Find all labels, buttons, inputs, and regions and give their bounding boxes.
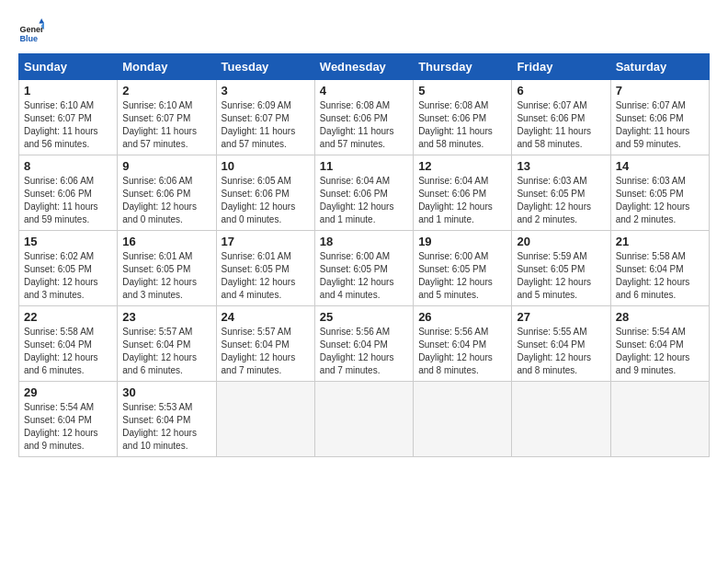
day-number: 14 (616, 159, 704, 173)
calendar-cell: 23Sunrise: 5:57 AMSunset: 6:04 PMDayligh… (118, 306, 216, 382)
day-number: 21 (616, 235, 704, 248)
day-number: 24 (222, 310, 310, 324)
day-info: Sunrise: 6:05 AMSunset: 6:06 PMDaylight:… (222, 175, 310, 226)
calendar-cell: 4Sunrise: 6:08 AMSunset: 6:06 PMDaylight… (314, 80, 413, 155)
calendar-cell: 18Sunrise: 6:00 AMSunset: 6:05 PMDayligh… (314, 231, 413, 306)
day-number: 29 (24, 385, 112, 399)
calendar-cell: 29Sunrise: 5:54 AMSunset: 6:04 PMDayligh… (19, 382, 118, 457)
day-info: Sunrise: 6:03 AMSunset: 6:05 PMDaylight:… (517, 175, 605, 226)
day-number: 16 (122, 235, 210, 248)
calendar-cell: 3Sunrise: 6:09 AMSunset: 6:07 PMDaylight… (216, 80, 314, 155)
day-number: 28 (616, 310, 704, 324)
day-info: Sunrise: 5:58 AMSunset: 6:04 PMDaylight:… (616, 250, 704, 302)
calendar-cell: 17Sunrise: 6:01 AMSunset: 6:05 PMDayligh… (216, 231, 314, 306)
day-number: 23 (122, 310, 210, 324)
day-info: Sunrise: 5:54 AMSunset: 6:04 PMDaylight:… (24, 401, 112, 453)
weekday-header-monday: Monday (118, 54, 216, 80)
day-info: Sunrise: 6:01 AMSunset: 6:05 PMDaylight:… (222, 250, 310, 302)
day-number: 19 (418, 235, 506, 248)
svg-text:Blue: Blue (19, 34, 38, 43)
logo-icon: General Blue (18, 18, 44, 44)
weekday-header-row: SundayMondayTuesdayWednesdayThursdayFrid… (19, 54, 710, 80)
day-number: 5 (418, 84, 506, 98)
calendar-cell: 24Sunrise: 5:57 AMSunset: 6:04 PMDayligh… (216, 306, 314, 382)
day-number: 2 (122, 84, 210, 98)
calendar-cell: 15Sunrise: 6:02 AMSunset: 6:05 PMDayligh… (19, 231, 118, 306)
day-info: Sunrise: 6:06 AMSunset: 6:06 PMDaylight:… (24, 175, 112, 226)
calendar-cell: 19Sunrise: 6:00 AMSunset: 6:05 PMDayligh… (414, 231, 512, 306)
day-number: 3 (222, 84, 310, 98)
day-number: 6 (517, 84, 605, 98)
weekday-header-tuesday: Tuesday (216, 54, 314, 80)
calendar-cell (216, 382, 314, 457)
weekday-header-wednesday: Wednesday (314, 54, 413, 80)
day-info: Sunrise: 6:07 AMSunset: 6:06 PMDaylight:… (517, 99, 605, 151)
calendar-week-3: 15Sunrise: 6:02 AMSunset: 6:05 PMDayligh… (19, 231, 710, 306)
day-info: Sunrise: 5:56 AMSunset: 6:04 PMDaylight:… (418, 326, 506, 377)
day-number: 15 (24, 235, 112, 248)
calendar-cell: 9Sunrise: 6:06 AMSunset: 6:06 PMDaylight… (118, 155, 216, 231)
day-info: Sunrise: 6:03 AMSunset: 6:05 PMDaylight:… (616, 175, 704, 226)
day-number: 1 (24, 84, 112, 98)
calendar-cell: 10Sunrise: 6:05 AMSunset: 6:06 PMDayligh… (216, 155, 314, 231)
calendar-cell: 26Sunrise: 5:56 AMSunset: 6:04 PMDayligh… (414, 306, 512, 382)
day-number: 30 (122, 385, 210, 399)
day-info: Sunrise: 5:59 AMSunset: 6:05 PMDaylight:… (517, 250, 605, 302)
day-number: 4 (320, 84, 408, 98)
day-info: Sunrise: 6:00 AMSunset: 6:05 PMDaylight:… (320, 250, 408, 302)
day-info: Sunrise: 6:10 AMSunset: 6:07 PMDaylight:… (24, 99, 112, 151)
day-info: Sunrise: 5:53 AMSunset: 6:04 PMDaylight:… (122, 401, 210, 453)
day-number: 27 (517, 310, 605, 324)
weekday-header-sunday: Sunday (19, 54, 118, 80)
calendar-week-2: 8Sunrise: 6:06 AMSunset: 6:06 PMDaylight… (19, 155, 710, 231)
calendar-cell: 28Sunrise: 5:54 AMSunset: 6:04 PMDayligh… (610, 306, 709, 382)
day-number: 17 (222, 235, 310, 248)
calendar-cell: 11Sunrise: 6:04 AMSunset: 6:06 PMDayligh… (314, 155, 413, 231)
calendar-cell: 8Sunrise: 6:06 AMSunset: 6:06 PMDaylight… (19, 155, 118, 231)
calendar-week-5: 29Sunrise: 5:54 AMSunset: 6:04 PMDayligh… (19, 382, 710, 457)
logo: General Blue (18, 18, 44, 44)
calendar-cell: 12Sunrise: 6:04 AMSunset: 6:06 PMDayligh… (414, 155, 512, 231)
calendar-cell (314, 382, 413, 457)
calendar-cell: 22Sunrise: 5:58 AMSunset: 6:04 PMDayligh… (19, 306, 118, 382)
day-info: Sunrise: 6:02 AMSunset: 6:05 PMDaylight:… (24, 250, 112, 302)
calendar-cell (414, 382, 512, 457)
weekday-header-saturday: Saturday (610, 54, 709, 80)
calendar-week-1: 1Sunrise: 6:10 AMSunset: 6:07 PMDaylight… (19, 80, 710, 155)
day-info: Sunrise: 5:58 AMSunset: 6:04 PMDaylight:… (24, 326, 112, 377)
day-info: Sunrise: 6:08 AMSunset: 6:06 PMDaylight:… (320, 99, 408, 151)
calendar-cell: 27Sunrise: 5:55 AMSunset: 6:04 PMDayligh… (512, 306, 610, 382)
day-number: 9 (122, 159, 210, 173)
day-info: Sunrise: 6:04 AMSunset: 6:06 PMDaylight:… (418, 175, 506, 226)
day-info: Sunrise: 6:07 AMSunset: 6:06 PMDaylight:… (616, 99, 704, 151)
day-number: 11 (320, 159, 408, 173)
calendar-table: SundayMondayTuesdayWednesdayThursdayFrid… (18, 53, 710, 457)
calendar-cell: 30Sunrise: 5:53 AMSunset: 6:04 PMDayligh… (118, 382, 216, 457)
day-number: 20 (517, 235, 605, 248)
day-info: Sunrise: 5:55 AMSunset: 6:04 PMDaylight:… (517, 326, 605, 377)
weekday-header-thursday: Thursday (414, 54, 512, 80)
day-info: Sunrise: 6:08 AMSunset: 6:06 PMDaylight:… (418, 99, 506, 151)
day-number: 22 (24, 310, 112, 324)
day-number: 26 (418, 310, 506, 324)
day-number: 25 (320, 310, 408, 324)
calendar-cell: 20Sunrise: 5:59 AMSunset: 6:05 PMDayligh… (512, 231, 610, 306)
day-number: 12 (418, 159, 506, 173)
day-info: Sunrise: 5:54 AMSunset: 6:04 PMDaylight:… (616, 326, 704, 377)
day-info: Sunrise: 5:57 AMSunset: 6:04 PMDaylight:… (122, 326, 210, 377)
day-number: 18 (320, 235, 408, 248)
day-info: Sunrise: 6:00 AMSunset: 6:05 PMDaylight:… (418, 250, 506, 302)
day-number: 13 (517, 159, 605, 173)
calendar-cell: 7Sunrise: 6:07 AMSunset: 6:06 PMDaylight… (610, 80, 709, 155)
page-header: General Blue (18, 18, 710, 44)
calendar-cell: 5Sunrise: 6:08 AMSunset: 6:06 PMDaylight… (414, 80, 512, 155)
day-number: 10 (222, 159, 310, 173)
day-info: Sunrise: 6:10 AMSunset: 6:07 PMDaylight:… (122, 99, 210, 151)
day-info: Sunrise: 6:04 AMSunset: 6:06 PMDaylight:… (320, 175, 408, 226)
calendar-cell: 16Sunrise: 6:01 AMSunset: 6:05 PMDayligh… (118, 231, 216, 306)
calendar-cell: 1Sunrise: 6:10 AMSunset: 6:07 PMDaylight… (19, 80, 118, 155)
calendar-cell: 14Sunrise: 6:03 AMSunset: 6:05 PMDayligh… (610, 155, 709, 231)
day-info: Sunrise: 6:01 AMSunset: 6:05 PMDaylight:… (122, 250, 210, 302)
calendar-cell: 13Sunrise: 6:03 AMSunset: 6:05 PMDayligh… (512, 155, 610, 231)
calendar-cell (610, 382, 709, 457)
